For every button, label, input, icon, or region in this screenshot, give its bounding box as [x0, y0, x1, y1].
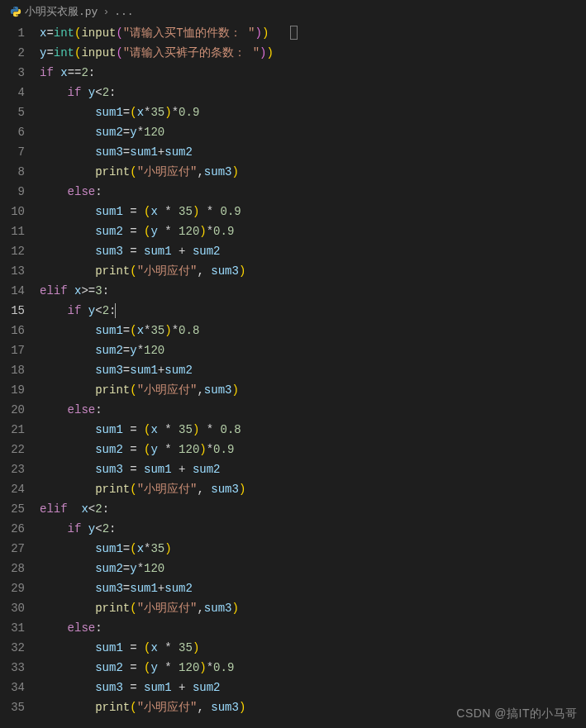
line-number: 22: [0, 440, 25, 459]
line-number: 35: [0, 697, 25, 717]
line-number: 16: [0, 321, 25, 340]
code-line[interactable]: sum3 = sum1 + sum2: [40, 241, 586, 261]
line-number: 31: [0, 618, 25, 638]
code-line[interactable]: sum2 = (y * 120)*0.9: [40, 658, 586, 678]
code-line[interactable]: sum2=y*120: [40, 122, 586, 142]
line-number: 9: [0, 182, 25, 202]
line-number: 30: [0, 598, 25, 618]
line-number: 21: [0, 420, 25, 440]
line-number: 10: [0, 202, 25, 221]
chevron-right-icon: ›: [102, 6, 109, 18]
line-number: 34: [0, 678, 25, 697]
code-line[interactable]: sum3=sum1+sum2: [40, 578, 586, 598]
line-number-gutter: 1234567891011121314151617181920212223242…: [0, 23, 40, 717]
line-number: 3: [0, 63, 25, 83]
code-line[interactable]: print("小明应付",sum3): [40, 380, 586, 400]
code-line[interactable]: if y<2:: [40, 83, 586, 102]
line-number: 18: [0, 360, 25, 380]
line-number: 24: [0, 479, 25, 499]
breadcrumb-file[interactable]: 小明买衣服.py: [25, 4, 98, 19]
line-number: 32: [0, 638, 25, 658]
breadcrumb-rest[interactable]: ...: [114, 6, 133, 18]
code-line[interactable]: sum1 = (x * 35): [40, 638, 586, 658]
line-number: 20: [0, 400, 25, 420]
code-line[interactable]: sum3=sum1+sum2: [40, 360, 586, 380]
code-editor[interactable]: 1234567891011121314151617181920212223242…: [0, 23, 586, 717]
code-line[interactable]: x=int(input("请输入买T恤的件数： ")): [40, 23, 586, 43]
code-line[interactable]: print("小明应付",sum3): [40, 162, 586, 182]
code-line[interactable]: print("小明应付",sum3): [40, 598, 586, 618]
code-line[interactable]: sum2=y*120: [40, 340, 586, 360]
code-line[interactable]: sum1=(x*35)*0.9: [40, 102, 586, 122]
line-number: 6: [0, 122, 25, 142]
line-number: 23: [0, 459, 25, 479]
line-number: 33: [0, 658, 25, 678]
code-line[interactable]: sum1=(x*35): [40, 539, 586, 559]
line-number: 7: [0, 142, 25, 162]
line-number: 11: [0, 221, 25, 241]
find-match-highlight: [290, 26, 298, 40]
line-number: 1: [0, 23, 25, 43]
line-number: 19: [0, 380, 25, 400]
line-number: 4: [0, 83, 25, 102]
code-line[interactable]: else:: [40, 400, 586, 420]
line-number: 25: [0, 499, 25, 519]
code-line[interactable]: if y<2:: [40, 519, 586, 539]
line-number: 12: [0, 241, 25, 261]
code-line[interactable]: print("小明应付", sum3): [40, 261, 586, 281]
code-line[interactable]: print("小明应付", sum3): [40, 479, 586, 499]
code-line[interactable]: sum2 = (y * 120)*0.9: [40, 440, 586, 459]
code-line[interactable]: sum1 = (x * 35) * 0.8: [40, 420, 586, 440]
line-number: 27: [0, 539, 25, 559]
code-line[interactable]: if x==2:: [40, 63, 586, 83]
code-line[interactable]: sum1=(x*35)*0.8: [40, 321, 586, 340]
line-number: 29: [0, 578, 25, 598]
code-line[interactable]: elif x>=3:: [40, 281, 586, 301]
code-line[interactable]: sum3 = sum1 + sum2: [40, 459, 586, 479]
line-number: 26: [0, 519, 25, 539]
code-line[interactable]: if y<2:: [40, 301, 586, 321]
code-line[interactable]: sum3 = sum1 + sum2: [40, 678, 586, 697]
breadcrumb[interactable]: 小明买衣服.py › ...: [0, 0, 586, 23]
code-line[interactable]: sum1 = (x * 35) * 0.9: [40, 202, 586, 221]
code-line[interactable]: sum3=sum1+sum2: [40, 142, 586, 162]
code-line[interactable]: sum2=y*120: [40, 559, 586, 578]
code-line[interactable]: else:: [40, 618, 586, 638]
line-number: 2: [0, 43, 25, 63]
line-number: 8: [0, 162, 25, 182]
code-line[interactable]: sum2 = (y * 120)*0.9: [40, 221, 586, 241]
code-area[interactable]: x=int(input("请输入买T恤的件数： "))y=int(input("…: [40, 23, 586, 717]
python-file-icon: [10, 6, 21, 17]
line-number: 13: [0, 261, 25, 281]
watermark: CSDN @搞IT的小马哥: [456, 707, 578, 721]
code-line[interactable]: elif x<2:: [40, 499, 586, 519]
line-number: 17: [0, 340, 25, 360]
line-number: 15: [0, 301, 25, 321]
line-number: 28: [0, 559, 25, 578]
code-line[interactable]: else:: [40, 182, 586, 202]
line-number: 14: [0, 281, 25, 301]
code-line[interactable]: y=int(input("请输入买裤子的条数： ")): [40, 43, 586, 63]
line-number: 5: [0, 102, 25, 122]
